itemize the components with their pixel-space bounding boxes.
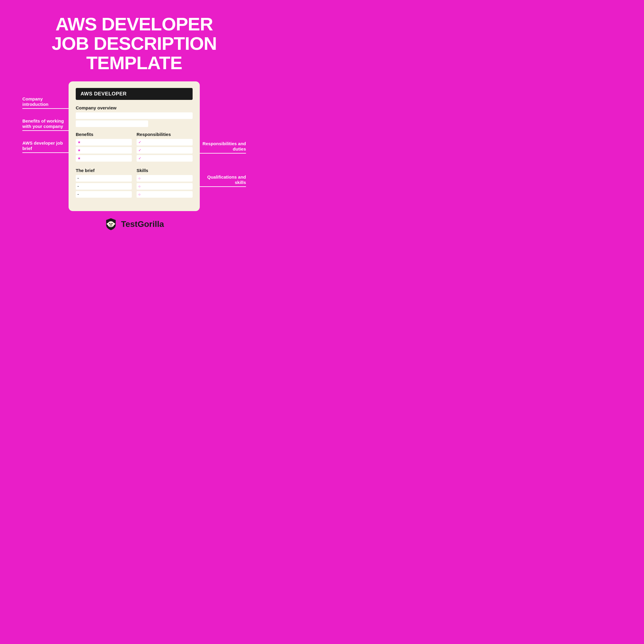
brief-row-3[interactable]: - (76, 191, 132, 198)
responsibility-row-1[interactable]: ✓ (137, 139, 193, 145)
skill-row-1[interactable]: ○ (137, 175, 193, 182)
svg-point-4 (110, 225, 111, 225)
left-label-job-brief: AWS developer job brief (22, 140, 69, 151)
circle-icon-1: ○ (138, 176, 140, 180)
left-divider-2 (22, 130, 69, 131)
right-labels: Responsibilities and duties Qualificatio… (200, 81, 246, 208)
dash-icon-2: - (78, 184, 79, 188)
check-icon-1: ✓ (138, 140, 141, 144)
star-icon-3: ★ (78, 156, 81, 160)
content-area: Company introduction Benefits of working… (0, 81, 268, 211)
left-label-company-intro: Company introduction (22, 96, 69, 107)
form-card: AWS DEVELOPER Company overview Benefits … (69, 81, 200, 211)
right-label-responsibilities: Responsibilities and duties (200, 141, 246, 152)
left-labels: Company introduction Benefits of working… (22, 81, 69, 162)
brief-row-1[interactable]: - (76, 175, 132, 182)
testgorilla-logo-icon (104, 218, 117, 231)
skills-col: Skills ○ ○ ○ (137, 168, 193, 199)
responsibilities-label: Responsibilities (137, 132, 193, 137)
brief-row-2[interactable]: - (76, 183, 132, 190)
form-header: AWS DEVELOPER (76, 88, 193, 100)
responsibility-row-3[interactable]: ✓ (137, 155, 193, 162)
company-overview-input-2[interactable] (76, 120, 148, 127)
responsibilities-col: Responsibilities ✓ ✓ ✓ (137, 132, 193, 163)
right-label-qualifications: Qualifications and skills (200, 174, 246, 185)
company-overview-section: Company overview (76, 105, 193, 127)
check-icon-2: ✓ (138, 148, 141, 152)
company-overview-input-1[interactable] (76, 112, 193, 119)
page-title: AWS DEVELOPER JOB DESCRIPTION TEMPLATE (52, 14, 216, 72)
company-overview-label: Company overview (76, 105, 193, 110)
circle-icon-2: ○ (138, 184, 140, 188)
star-icon-1: ★ (78, 140, 81, 144)
left-divider-3 (22, 152, 69, 153)
skill-row-2[interactable]: ○ (137, 183, 193, 190)
benefits-responsibilities-row: Benefits ★ ★ ★ Responsibilities ✓ ✓ (76, 132, 193, 163)
right-divider-1 (200, 153, 246, 154)
svg-point-1 (109, 223, 110, 224)
left-divider-1 (22, 108, 69, 109)
responsibility-row-2[interactable]: ✓ (137, 147, 193, 154)
benefits-label: Benefits (76, 132, 132, 137)
benefits-col: Benefits ★ ★ ★ (76, 132, 132, 163)
svg-point-7 (113, 223, 115, 225)
testgorilla-logo-text: TestGorilla (121, 219, 164, 229)
check-icon-3: ✓ (138, 156, 141, 160)
dash-icon-1: - (78, 176, 79, 180)
form-header-title: AWS DEVELOPER (81, 91, 127, 97)
benefit-row-2[interactable]: ★ (76, 147, 132, 154)
circle-icon-3: ○ (138, 192, 140, 196)
brief-label: The brief (76, 168, 132, 173)
right-divider-2 (200, 186, 246, 187)
left-label-benefits: Benefits of working with your company (22, 118, 69, 129)
star-icon-2: ★ (78, 148, 81, 152)
svg-point-2 (111, 223, 112, 224)
svg-point-6 (107, 223, 109, 225)
benefit-row-1[interactable]: ★ (76, 139, 132, 145)
svg-point-5 (111, 225, 112, 225)
brief-skills-row: The brief - - - Skills ○ ○ (76, 168, 193, 199)
brief-col: The brief - - - (76, 168, 132, 199)
skill-row-3[interactable]: ○ (137, 191, 193, 198)
skills-label: Skills (137, 168, 193, 173)
footer: TestGorilla (104, 218, 164, 231)
dash-icon-3: - (78, 192, 79, 196)
benefit-row-3[interactable]: ★ (76, 155, 132, 162)
